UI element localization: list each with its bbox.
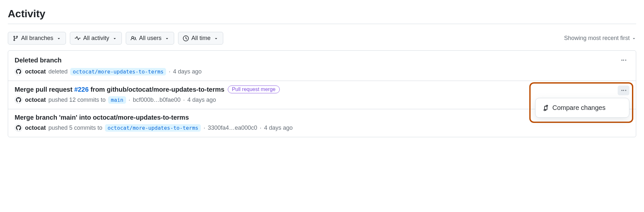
branch-chip[interactable]: octocat/more-updates-to-terms (70, 68, 166, 75)
timestamp: 4 days ago (264, 125, 293, 131)
caret-down-icon (632, 36, 636, 41)
avatar[interactable] (15, 68, 22, 75)
activity-item: Deleted branch octocat deleted octocat/m… (8, 51, 636, 81)
clock-icon (183, 35, 189, 41)
branch-icon (13, 35, 19, 41)
caret-down-icon (165, 36, 169, 41)
caret-down-icon (57, 36, 61, 41)
avatar[interactable] (15, 124, 22, 132)
page-title: Activity (8, 8, 636, 24)
activity-item: Merge pull request #226 from github/octo… (8, 81, 636, 109)
filter-branches-button[interactable]: All branches (8, 32, 66, 45)
separator: · (260, 125, 262, 131)
users-icon (131, 35, 136, 41)
filter-time-label: All time (191, 35, 211, 42)
caret-down-icon (214, 36, 218, 41)
separator: · (129, 97, 130, 103)
filter-activity-button[interactable]: All activity (70, 32, 122, 45)
activity-verb: pushed 12 commits to (48, 97, 106, 103)
commit-sha[interactable]: bcf000b…b0fae00 (133, 97, 181, 103)
separator: · (203, 125, 205, 131)
title-text: Merge pull request (15, 86, 74, 93)
pr-merge-badge: Pull request merge (228, 86, 280, 93)
username-link[interactable]: octocat (25, 125, 46, 131)
timestamp: 4 days ago (173, 68, 201, 75)
username-link[interactable]: octocat (25, 68, 46, 75)
item-actions-button[interactable] (618, 55, 629, 65)
caret-down-icon (112, 36, 117, 41)
branch-chip[interactable]: octocat/more-updates-to-terms (105, 124, 201, 132)
filter-activity-label: All activity (83, 35, 109, 42)
activity-title: Deleted branch (15, 57, 61, 64)
filter-bar: All branches All activity All users All … (8, 32, 636, 45)
sort-order-label: Showing most recent first (564, 35, 630, 42)
kebab-icon (621, 87, 626, 93)
pr-number-link[interactable]: #226 (74, 86, 89, 93)
filter-users-label: All users (139, 35, 161, 42)
activity-verb: deleted (48, 68, 68, 75)
avatar[interactable] (15, 96, 22, 104)
branch-chip[interactable]: main (108, 96, 126, 104)
item-actions-button[interactable] (618, 86, 629, 95)
filter-branches-label: All branches (21, 35, 53, 42)
activity-title: Merge pull request #226 from github/octo… (15, 86, 225, 93)
separator: · (183, 97, 185, 103)
activity-verb: pushed 5 commits to (48, 125, 102, 131)
separator: · (169, 68, 170, 75)
activity-list: Deleted branch octocat deleted octocat/m… (8, 50, 636, 137)
kebab-icon (621, 57, 626, 63)
pulse-icon (75, 35, 81, 41)
username-link[interactable]: octocat (25, 97, 46, 103)
filter-time-button[interactable]: All time (178, 32, 223, 45)
timestamp: 4 days ago (187, 97, 216, 103)
commit-sha[interactable]: 3300fa4…ea000c0 (208, 125, 257, 131)
filter-users-button[interactable]: All users (126, 32, 174, 45)
activity-title: Merge branch 'main' into octocat/more-up… (15, 114, 189, 121)
sort-order-button[interactable]: Showing most recent first (564, 35, 636, 42)
title-text: from github/octocat/more-updates-to-term… (89, 86, 225, 93)
activity-item: Merge branch 'main' into octocat/more-up… (8, 109, 636, 137)
